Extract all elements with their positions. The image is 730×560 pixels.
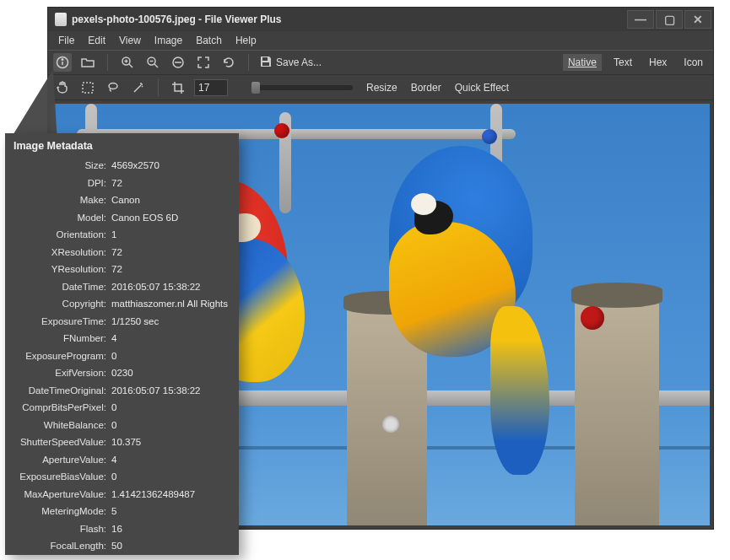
metadata-value: 72 <box>111 244 230 261</box>
metadata-value: 0 <box>111 417 230 434</box>
metadata-value: 1 <box>111 226 230 244</box>
metadata-value: 0 <box>111 399 230 417</box>
metadata-row: SubsecTimeOriginal:96 <box>14 555 230 561</box>
metadata-row: DateTime:2016:05:07 15:38:22 <box>14 278 230 296</box>
toolbar-divider <box>158 79 159 96</box>
metadata-value: 50 <box>111 537 230 555</box>
metadata-key: MeteringMode: <box>14 503 111 520</box>
metadata-row: Copyright:matthiaszomer.nl All Rights Re… <box>14 295 230 313</box>
border-button[interactable]: Border <box>411 82 441 94</box>
metadata-value: 0 <box>111 468 230 486</box>
metadata-row: ExposureTime:1/1250 sec <box>14 313 230 331</box>
metadata-key: DateTime: <box>14 278 111 296</box>
menu-help[interactable]: Help <box>229 32 263 49</box>
save-as-label: Save As... <box>276 57 322 68</box>
marquee-button[interactable] <box>78 78 97 97</box>
slider-thumb[interactable] <box>251 82 260 94</box>
lasso-button[interactable] <box>104 78 122 97</box>
tab-text[interactable]: Text <box>608 54 637 71</box>
svg-rect-13 <box>262 62 269 66</box>
open-folder-button[interactable] <box>78 53 97 72</box>
resize-button[interactable]: Resize <box>366 82 397 94</box>
metadata-key: FocalLength: <box>14 537 111 555</box>
menu-edit[interactable]: Edit <box>81 32 112 49</box>
save-as-button[interactable]: Save As... <box>259 55 322 71</box>
metadata-value: 72 <box>111 261 230 278</box>
tab-icon[interactable]: Icon <box>679 54 708 71</box>
metadata-row: Orientation:1 <box>14 226 230 244</box>
metadata-row: MeteringMode:5 <box>14 503 230 520</box>
image-toolbar: 17 Resize Border Quick Effect <box>48 75 713 100</box>
metadata-value: 96 <box>111 555 230 561</box>
window-title: pexels-photo-100576.jpeg - File Viewer P… <box>72 13 282 25</box>
wand-button[interactable] <box>129 78 148 97</box>
metadata-value: 72 <box>111 175 230 192</box>
document-icon <box>55 13 67 26</box>
zoom-value-input[interactable]: 17 <box>194 79 228 96</box>
metadata-key: MaxApertureValue: <box>14 486 111 503</box>
refresh-button[interactable] <box>219 53 238 72</box>
metadata-row: ExposureProgram:0 <box>14 347 230 365</box>
metadata-row: ApertureValue:4 <box>14 451 230 469</box>
metadata-key: Size: <box>14 157 111 175</box>
metadata-key: XResolution: <box>14 244 111 261</box>
zoom-slider[interactable] <box>251 85 353 90</box>
tab-hex[interactable]: Hex <box>644 54 672 71</box>
metadata-value: matthiaszomer.nl All Rights Res <box>111 295 230 313</box>
metadata-row: ComprBitsPerPixel:0 <box>14 399 230 417</box>
menu-batch[interactable]: Batch <box>189 32 229 49</box>
metadata-row: FNumber:4 <box>14 330 230 347</box>
metadata-row: XResolution:72 <box>14 244 230 261</box>
metadata-value: 1/1250 sec <box>111 313 230 331</box>
quick-effect-button[interactable]: Quick Effect <box>455 82 509 94</box>
metadata-row: YResolution:72 <box>14 261 230 278</box>
metadata-key: ApertureValue: <box>14 451 111 469</box>
metadata-value: 4 <box>111 330 230 347</box>
metadata-key: ExposureProgram: <box>14 347 111 365</box>
zoom-out-button[interactable] <box>143 53 162 72</box>
svg-rect-14 <box>83 83 93 93</box>
metadata-value: 5 <box>111 503 230 520</box>
metadata-value: 0 <box>111 347 230 365</box>
menu-file[interactable]: File <box>51 32 81 49</box>
metadata-row: DateTimeOriginal:2016:05:07 15:38:22 <box>14 382 230 400</box>
menu-bar: File Edit View Image Batch Help <box>48 31 713 50</box>
menu-view[interactable]: View <box>112 32 148 49</box>
metadata-key: YResolution: <box>14 261 111 278</box>
metadata-value: 10.375 <box>111 433 230 451</box>
metadata-key: Model: <box>14 209 111 227</box>
main-toolbar: Save As... Native Text Hex Icon <box>48 50 713 75</box>
metadata-value: 0230 <box>111 364 230 382</box>
close-button[interactable]: ✕ <box>684 10 711 29</box>
metadata-key: ExposureBiasValue: <box>14 468 111 486</box>
metadata-key: Copyright: <box>14 295 111 313</box>
zoom-reset-button[interactable] <box>169 53 187 72</box>
minimize-button[interactable]: — <box>627 10 654 29</box>
svg-rect-12 <box>262 57 268 61</box>
metadata-key: ShutterSpeedValue: <box>14 433 111 451</box>
tab-native[interactable]: Native <box>563 54 602 71</box>
fullscreen-button[interactable] <box>194 53 213 72</box>
zoom-in-button[interactable] <box>118 53 137 72</box>
metadata-value: 1.41421362489487 <box>111 486 230 503</box>
menu-image[interactable]: Image <box>148 32 189 49</box>
metadata-key: DateTimeOriginal: <box>14 382 111 400</box>
metadata-value: 2016:05:07 15:38:22 <box>111 382 230 400</box>
toolbar-divider <box>107 54 108 71</box>
metadata-key: ExposureTime: <box>14 313 111 331</box>
svg-line-8 <box>154 64 158 67</box>
metadata-key: DPI: <box>14 175 111 192</box>
metadata-key: Flash: <box>14 520 111 538</box>
crop-button[interactable] <box>169 78 187 97</box>
metadata-row: FocalLength:50 <box>14 537 230 555</box>
metadata-key: WhiteBalance: <box>14 417 111 434</box>
metadata-key: ExifVersion: <box>14 364 111 382</box>
metadata-key: Make: <box>14 191 111 209</box>
metadata-value: 2016:05:07 15:38:22 <box>111 278 230 296</box>
metadata-key: Orientation: <box>14 226 111 244</box>
svg-point-15 <box>109 83 117 89</box>
toolbar-divider <box>248 54 249 71</box>
maximize-button[interactable]: ▢ <box>656 10 683 29</box>
zoom-value: 17 <box>198 82 209 94</box>
metadata-value: Canon <box>111 191 230 209</box>
